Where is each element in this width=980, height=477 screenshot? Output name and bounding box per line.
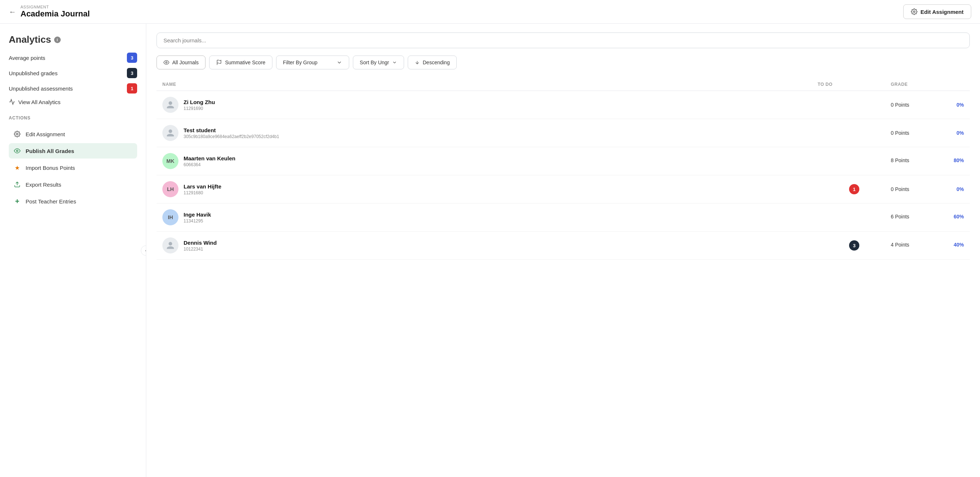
student-details: Inge Havik 11341295 xyxy=(184,211,211,223)
col-todo: TO DO xyxy=(818,82,891,87)
filter-by-group-button[interactable]: Filter By Group xyxy=(276,55,349,70)
percent-label: 0% xyxy=(950,130,964,136)
svg-point-2 xyxy=(16,150,18,152)
table-row[interactable]: Test student 305c9b180a9ce9684ea62aeff2b… xyxy=(156,119,970,147)
plus-icon: + xyxy=(13,197,21,205)
grade-top: 8 Points 80% xyxy=(891,157,964,163)
grade-cell: 0 Points 0% xyxy=(891,130,964,136)
percent-label: 80% xyxy=(950,157,964,163)
avatar: IH xyxy=(162,209,178,225)
header-subtitle: Assignment xyxy=(21,5,90,9)
student-name: Lars van Hijfte xyxy=(184,183,221,190)
student-info: Dennis Wind 10122341 xyxy=(162,238,818,254)
toolbar: All Journals Summative Score Filter By G… xyxy=(156,55,970,70)
student-table: Zi Long Zhu 11291690 0 Points 0% Test st… xyxy=(156,91,970,260)
eye-icon xyxy=(164,60,169,65)
grade-cell: 0 Points 0% xyxy=(891,186,964,192)
student-details: Test student 305c9b180a9ce9684ea62aeff2b… xyxy=(184,127,279,139)
export-results-action[interactable]: Export Results xyxy=(9,177,137,192)
unpublished-grades-badge: 3 xyxy=(127,68,137,78)
analytics-chart-icon xyxy=(9,98,15,105)
post-teacher-label: Post Teacher Entries xyxy=(25,198,76,204)
grade-top: 6 Points 60% xyxy=(891,214,964,220)
analytics-section-title: Analytics i xyxy=(9,34,137,45)
header-title: Academia Journal xyxy=(21,9,90,19)
back-button[interactable]: ← xyxy=(9,8,16,16)
student-name: Inge Havik xyxy=(184,211,211,218)
student-id: 11341295 xyxy=(184,219,211,223)
student-name: Test student xyxy=(184,127,279,133)
import-bonus-points-action[interactable]: ★ Import Bonus Points xyxy=(9,160,137,175)
average-points-stat: Average points 3 xyxy=(9,52,137,63)
star-icon: ★ xyxy=(13,164,21,172)
summative-score-label: Summative Score xyxy=(225,60,265,65)
student-info: LH Lars van Hijfte 11291680 xyxy=(162,181,818,197)
table-row[interactable]: Dennis Wind 10122341 3 4 Points 40% xyxy=(156,231,970,260)
todo-cell: 3 xyxy=(818,240,891,250)
person-icon xyxy=(166,241,175,250)
main-content: All Journals Summative Score Filter By G… xyxy=(146,24,980,477)
grade-cell: 0 Points 0% xyxy=(891,102,964,108)
publish-grades-icon xyxy=(13,147,21,155)
average-points-badge: 3 xyxy=(127,52,137,63)
student-name: Dennis Wind xyxy=(184,239,217,246)
header: ← Assignment Academia Journal Edit Assig… xyxy=(0,0,980,24)
sidebar: Analytics i Average points 3 Unpublished… xyxy=(0,24,146,477)
post-teacher-entries-action[interactable]: + Post Teacher Entries xyxy=(9,193,137,209)
todo-badge: 1 xyxy=(849,184,859,194)
collapse-sidebar-button[interactable]: ‹ xyxy=(141,246,146,256)
summative-score-button[interactable]: Summative Score xyxy=(209,55,272,70)
sort-arrows-icon xyxy=(392,60,397,65)
avatar xyxy=(162,125,178,141)
student-details: Maarten van Keulen 6066364 xyxy=(184,155,235,167)
student-details: Lars van Hijfte 11291680 xyxy=(184,183,221,195)
student-name: Zi Long Zhu xyxy=(184,99,215,105)
table-row[interactable]: IH Inge Havik 11341295 6 Points 60% xyxy=(156,203,970,231)
student-id: 305c9b180a9ce9684ea62aeff2b2e97052cf2d4b… xyxy=(184,134,279,139)
table-row[interactable]: MK Maarten van Keulen 6066364 8 Points 8… xyxy=(156,147,970,175)
all-journals-button[interactable]: All Journals xyxy=(156,55,205,70)
avatar xyxy=(162,238,178,254)
header-left: ← Assignment Academia Journal xyxy=(9,5,90,19)
grade-cell: 4 Points 40% xyxy=(891,242,964,249)
info-icon[interactable]: i xyxy=(54,36,61,43)
publish-all-grades-action[interactable]: Publish All Grades xyxy=(9,143,137,158)
points-label: 6 Points xyxy=(891,214,909,220)
points-label: 0 Points xyxy=(891,130,909,136)
view-all-analytics-link[interactable]: View All Analytics xyxy=(9,98,137,105)
edit-assignment-action-icon xyxy=(13,130,21,138)
student-name: Maarten van Keulen xyxy=(184,155,235,162)
points-label: 0 Points xyxy=(891,102,909,108)
student-id: 11291680 xyxy=(184,190,221,195)
gear-icon xyxy=(911,8,918,15)
unpublished-grades-stat: Unpublished grades 3 xyxy=(9,68,137,78)
edit-assignment-action[interactable]: Edit Assignment xyxy=(9,126,137,142)
percent-label: 0% xyxy=(950,102,964,108)
unpublished-grades-label: Unpublished grades xyxy=(9,70,57,76)
export-results-label: Export Results xyxy=(25,182,61,188)
order-button[interactable]: Descending xyxy=(408,55,457,70)
layout: Analytics i Average points 3 Unpublished… xyxy=(0,24,980,477)
search-input[interactable] xyxy=(156,33,970,48)
points-label: 4 Points xyxy=(891,242,909,248)
edit-assignment-action-label: Edit Assignment xyxy=(25,131,65,137)
svg-point-4 xyxy=(165,62,167,63)
sort-button[interactable]: Sort By Ungr xyxy=(353,55,404,70)
publish-grades-label: Publish All Grades xyxy=(25,148,74,154)
edit-assignment-button[interactable]: Edit Assignment xyxy=(903,5,971,19)
table-row[interactable]: Zi Long Zhu 11291690 0 Points 0% xyxy=(156,91,970,119)
col-name: NAME xyxy=(162,82,818,87)
table-header: NAME TO DO GRADE xyxy=(156,78,970,91)
all-journals-label: All Journals xyxy=(172,60,199,65)
student-id: 11291690 xyxy=(184,106,215,111)
header-title-block: Assignment Academia Journal xyxy=(21,5,90,19)
filter-label: Filter By Group xyxy=(283,60,317,65)
student-info: MK Maarten van Keulen 6066364 xyxy=(162,153,818,169)
avatar: LH xyxy=(162,181,178,197)
sort-label: Sort By Ungr xyxy=(360,60,389,65)
table-row[interactable]: LH Lars van Hijfte 11291680 1 0 Points 0… xyxy=(156,175,970,203)
student-info: Zi Long Zhu 11291690 xyxy=(162,97,818,113)
unpublished-assessments-stat: Unpublished assessments 1 xyxy=(9,83,137,93)
points-label: 0 Points xyxy=(891,186,909,192)
order-label: Descending xyxy=(423,60,450,65)
